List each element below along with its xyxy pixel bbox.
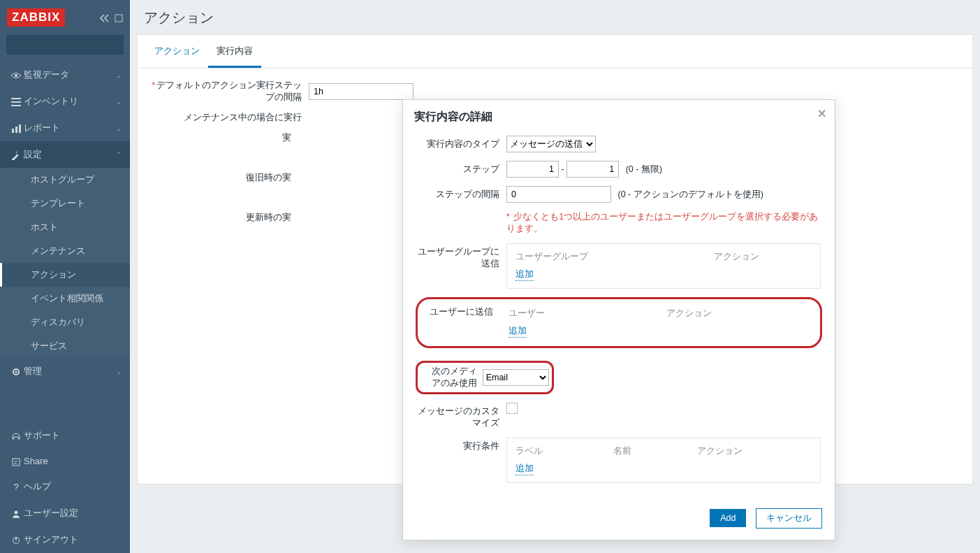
step-sep: - <box>561 164 564 174</box>
conditions-box: ラベル 名前 アクション 追加 <box>506 438 821 483</box>
support-link[interactable]: サポート <box>0 422 130 449</box>
headset-icon <box>8 430 24 441</box>
nav-reports[interactable]: レポート ⌄ <box>0 115 130 141</box>
collapse-icon[interactable] <box>100 13 123 23</box>
label: サポート <box>24 429 60 442</box>
step-duration-label: ステップの間隔 <box>416 186 506 201</box>
modal-add-button[interactable]: Add <box>710 509 746 527</box>
profile-link[interactable]: ユーザー設定 <box>0 500 130 526</box>
svg-rect-8 <box>15 127 17 133</box>
cond-col1: ラベル <box>515 445 613 457</box>
nav-label: 管理 <box>24 365 116 378</box>
sub-services[interactable]: サービス <box>0 334 130 358</box>
chevron-down-icon: ⌄ <box>116 98 122 106</box>
cond-col2: 名前 <box>613 445 697 457</box>
step-to-input[interactable] <box>566 161 619 178</box>
operation-type-select[interactable]: メッセージの送信 <box>506 136 596 152</box>
cond-col3: アクション <box>697 445 743 457</box>
sub-discovery[interactable]: ディスカバリ <box>0 310 130 334</box>
modal-title: 実行内容の詳細 <box>414 110 492 122</box>
required-mark: * <box>506 212 510 222</box>
nav-configuration[interactable]: 設定 ⌃ <box>0 141 130 168</box>
conditions-label: 実行条件 <box>416 438 506 452</box>
step-label: ステップ <box>416 161 506 175</box>
sub-templates[interactable]: テンプレート <box>0 192 130 215</box>
default-step-input[interactable] <box>309 83 414 100</box>
nav-administration[interactable]: 管理 ⌄ <box>0 358 130 385</box>
nav-label: 設定 <box>24 148 116 161</box>
sub-hostgroups[interactable]: ホストグループ <box>0 168 130 192</box>
help-link[interactable]: ? ヘルプ <box>0 473 130 500</box>
user-box: ユーザーアクション 追加 <box>500 303 814 342</box>
signout-link[interactable]: サインアウト <box>0 526 130 553</box>
usergroup-label: ユーザーグループに送信 <box>416 243 506 270</box>
usergroup-box: ユーザーグループアクション 追加 <box>506 243 821 289</box>
nav-monitoring[interactable]: 監視データ ⌄ <box>0 62 130 88</box>
page-title: アクション <box>130 0 980 34</box>
usergroup-col2: アクション <box>714 251 812 263</box>
sub-hosts[interactable]: ホスト <box>0 215 130 239</box>
exec-partial: 実 <box>282 133 291 143</box>
step-from-input[interactable] <box>506 161 559 178</box>
user-col1: ユーザー <box>509 308 666 319</box>
main: アクション アクション 実行内容 *デフォルトのアクション実行ステップの間隔 メ… <box>130 0 980 553</box>
pause-label: メンテナンス中の場合に実行 <box>152 112 309 124</box>
annotation-media-row: 次のメディアのみ使用 Email <box>416 361 554 394</box>
user-col2: アクション <box>666 308 806 319</box>
help-icon: ? <box>8 482 24 492</box>
svg-rect-0 <box>115 15 122 22</box>
search-input[interactable] <box>6 40 136 50</box>
usergroup-col1: ユーザーグループ <box>515 251 714 263</box>
share-icon: Z <box>8 456 24 466</box>
sub-correlation[interactable]: イベント相関関係 <box>0 287 130 310</box>
label: Share <box>24 456 48 466</box>
search-box <box>6 35 124 55</box>
nav-label: インベントリ <box>24 95 116 108</box>
step-hint: (0 - 無限) <box>622 164 662 174</box>
svg-text:Z: Z <box>14 459 17 466</box>
eye-icon <box>8 69 24 80</box>
label: サインアウト <box>24 533 78 546</box>
sidebar: ZABBIX 監視データ ⌄ インベントリ ⌄ レポート ⌄ <box>0 0 130 553</box>
gear-icon <box>8 366 24 377</box>
usergroup-add-link[interactable]: 追加 <box>515 268 534 281</box>
tab-action[interactable]: アクション <box>146 35 208 68</box>
user-warning: 少なくとも1つ以上のユーザーまたはユーザーグループを選択する必要があります。 <box>506 212 818 234</box>
media-select[interactable]: Email <box>483 369 550 386</box>
step-duration-input[interactable] <box>506 186 611 203</box>
step-duration-hint: (0 - アクションのデフォルトを使用) <box>613 189 763 199</box>
chevron-down-icon: ⌄ <box>116 71 122 79</box>
wrench-icon <box>8 149 24 160</box>
svg-point-14 <box>15 511 18 515</box>
operation-details-modal: 実行内容の詳細 ✕ 実行内容のタイプ メッセージの送信 ステップ - (0 - … <box>402 99 835 540</box>
share-link[interactable]: Z Share <box>0 449 130 473</box>
chevron-down-icon: ⌄ <box>116 368 122 375</box>
recovery-partial: 復旧時の実 <box>246 173 291 182</box>
sub-actions[interactable]: アクション <box>0 263 130 287</box>
tabs: アクション 実行内容 <box>138 35 972 69</box>
nav-label: レポート <box>24 122 116 134</box>
user-icon <box>8 508 24 519</box>
logo[interactable]: ZABBIX <box>7 8 65 27</box>
chevron-down-icon: ⌄ <box>116 124 122 132</box>
default-step-label: デフォルトのアクション実行ステップの間隔 <box>156 80 302 102</box>
power-icon <box>8 535 24 545</box>
custom-message-label: メッセージのカスタマイズ <box>416 403 506 429</box>
svg-rect-7 <box>12 129 14 133</box>
operation-type-label: 実行内容のタイプ <box>416 136 506 150</box>
conditions-add-link[interactable]: 追加 <box>515 463 534 475</box>
user-add-link[interactable]: 追加 <box>509 325 527 338</box>
svg-point-3 <box>15 74 17 77</box>
list-icon <box>8 96 24 107</box>
tab-operations[interactable]: 実行内容 <box>208 35 261 68</box>
required-mark: * <box>152 80 155 90</box>
nav-inventory[interactable]: インベントリ ⌄ <box>0 88 130 115</box>
chevron-up-icon: ⌃ <box>116 151 122 159</box>
custom-message-checkbox[interactable] <box>506 403 518 414</box>
modal-cancel-button[interactable]: キャンセル <box>756 508 822 529</box>
label: ヘルプ <box>24 480 51 493</box>
sub-maintenance[interactable]: メンテナンス <box>0 239 130 263</box>
svg-rect-9 <box>19 124 21 133</box>
update-partial: 更新時の実 <box>246 213 291 222</box>
modal-close-icon[interactable]: ✕ <box>817 107 826 120</box>
